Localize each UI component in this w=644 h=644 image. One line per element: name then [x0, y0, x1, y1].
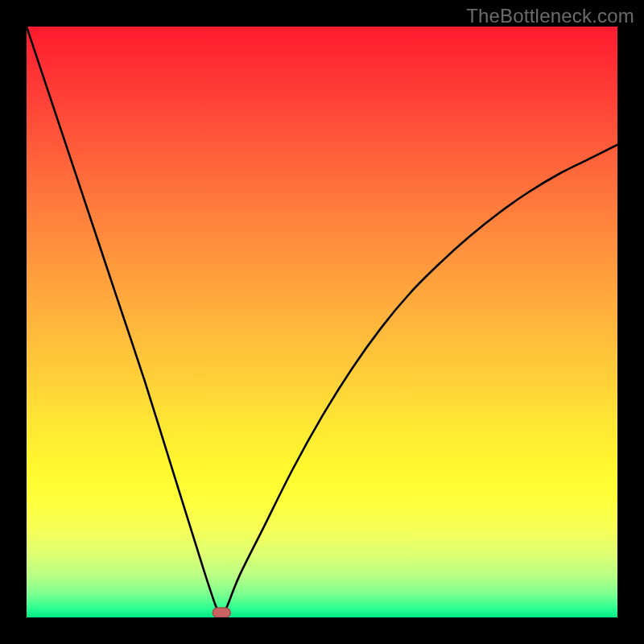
bottleneck-curve	[27, 27, 617, 617]
minimum-marker	[213, 608, 230, 617]
watermark-text: TheBottleneck.com	[466, 5, 634, 27]
chart-frame: TheBottleneck.com	[0, 0, 644, 644]
plot-area	[27, 27, 617, 617]
bottleneck-curve-svg	[27, 27, 617, 617]
